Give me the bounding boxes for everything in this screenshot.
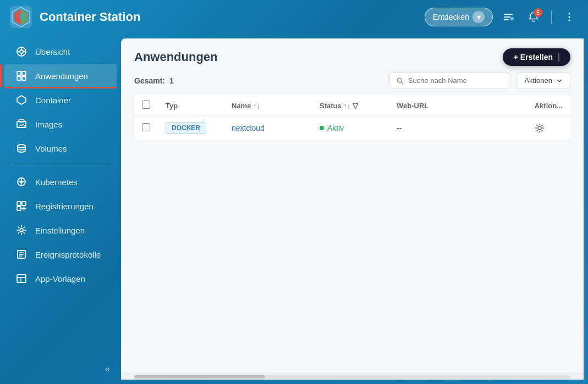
svg-line-42 [402,82,403,84]
app-title: Container Station [40,10,140,24]
svg-point-6 [510,16,514,21]
sidebar-item-einstellungen[interactable]: Einstellungen [4,219,117,242]
more-options-button[interactable] [559,7,579,27]
svg-point-8 [569,16,570,18]
aktionen-button[interactable]: Aktionen [516,73,570,88]
sidebar-item-kubernetes[interactable]: Kubernetes [4,170,117,193]
kubernetes-icon [15,176,28,188]
applications-table: Typ Name ↑↓ Status ↑↓ ▽ Web-URL Aktion.. [134,95,570,140]
svg-rect-29 [22,202,26,205]
images-icon [15,118,28,130]
sidebar-label-uebersicht: Übersicht [35,47,70,57]
app-vorlagen-icon [15,272,28,285]
entdecken-button[interactable]: Entdecken ▾ [425,8,493,26]
header-left: Container Station [9,5,140,29]
svg-point-9 [569,20,570,21]
header-typ: Typ [158,95,224,116]
sidebar-label-app-vorlagen: App-Vorlagen [35,274,85,283]
search-icon [397,77,404,85]
sidebar-item-registrierungen[interactable]: Registrierungen [4,194,117,218]
app-name-link[interactable]: nextcloud [232,124,265,132]
row-typ-cell: DOCKER [158,116,224,140]
header: Container Station Entdecken ▾ 5 [0,0,588,34]
sidebar-item-container[interactable]: Container [4,88,117,112]
notification-button[interactable]: 5 [524,7,543,27]
row-url-cell: -- [389,116,527,140]
svg-point-7 [569,13,570,15]
svg-rect-22 [19,120,24,122]
svg-point-43 [538,126,541,130]
uebersicht-icon [15,46,28,58]
scrollbar-area [121,373,584,380]
status-dot [320,126,324,130]
status-active: Aktiv [320,124,381,132]
registrierungen-icon [15,200,28,212]
svg-rect-38 [17,275,26,282]
header-name[interactable]: Name ↑↓ [224,95,312,116]
header-divider [551,10,552,24]
entdecken-arrow-icon: ▾ [472,11,485,23]
scrollbar-track [134,375,570,379]
content-area: Anwendungen + Erstellen Gesamt: 1 [121,38,584,380]
sidebar-label-kubernetes: Kubernetes [35,177,78,187]
gear-icon [535,123,545,133]
svg-point-23 [18,144,25,148]
row-status-cell: Aktiv [312,116,389,140]
anwendungen-icon [15,70,28,82]
search-box [389,73,510,88]
svg-rect-19 [22,76,26,80]
row-name-cell: nextcloud [224,116,312,140]
sidebar-item-volumes[interactable]: Volumes [4,137,117,160]
sidebar-divider-1 [11,165,110,165]
gesamt-label: Gesamt: 1 [134,76,174,85]
sidebar-item-uebersicht[interactable]: Übersicht [4,40,117,63]
erstellen-button[interactable]: + Erstellen [503,48,570,66]
sidebar-label-einstellungen: Einstellungen [35,226,85,235]
type-badge: DOCKER [166,122,206,134]
einstellungen-icon [15,224,28,236]
gesamt-info: Gesamt: 1 [134,76,174,86]
svg-rect-28 [17,202,21,205]
sidebar-label-container: Container [35,96,71,105]
svg-marker-20 [17,96,26,104]
svg-rect-16 [17,71,21,75]
tasks-icon [503,12,514,23]
sidebar-item-ereignisprotokolle[interactable]: Ereignisprotokolle [4,243,117,266]
sidebar: Übersicht Anwendungen Container Images [0,34,121,384]
toolbar-right: Aktionen [389,73,570,88]
sidebar-item-anwendungen[interactable]: Anwendungen [4,64,117,87]
svg-rect-30 [17,207,21,210]
ereignisprotokolle-icon [15,248,28,260]
svg-point-11 [20,50,23,53]
more-icon [564,12,575,23]
table-row: DOCKER nextcloud Aktiv -- [134,116,570,140]
header-status[interactable]: Status ↑↓ ▽ [312,95,389,116]
sidebar-label-ereignisprotokolle: Ereignisprotokolle [35,250,101,259]
sidebar-label-registrierungen: Registrierungen [35,202,94,211]
aktionen-arrow-icon [557,78,562,84]
select-all-checkbox[interactable] [142,101,150,109]
sidebar-label-images: Images [35,120,62,129]
main-layout: Übersicht Anwendungen Container Images [0,34,588,384]
svg-point-33 [20,229,23,232]
row-checkbox-cell [134,116,158,140]
sidebar-item-app-vorlagen[interactable]: App-Vorlagen [4,267,117,290]
sidebar-collapse-button[interactable]: « [0,360,121,379]
search-input[interactable] [408,76,503,85]
toolbar: Gesamt: 1 Aktionen [121,73,584,95]
row-action-cell [527,116,570,140]
sidebar-item-images[interactable]: Images [4,113,117,136]
notification-badge: 5 [534,8,542,17]
tasks-button[interactable] [498,7,518,27]
header-action: Aktion... [527,95,570,116]
row-settings-button[interactable] [535,123,545,133]
sidebar-label-volumes: Volumes [35,144,67,153]
table-container: Typ Name ↑↓ Status ↑↓ ▽ Web-URL Aktion.. [121,95,584,373]
container-icon [15,94,28,106]
row-checkbox[interactable] [142,123,150,131]
app-logo [9,5,33,29]
svg-rect-18 [17,76,21,80]
page-title: Anwendungen [134,50,218,64]
content-header: Anwendungen + Erstellen [121,38,584,73]
scrollbar-thumb [134,375,265,379]
